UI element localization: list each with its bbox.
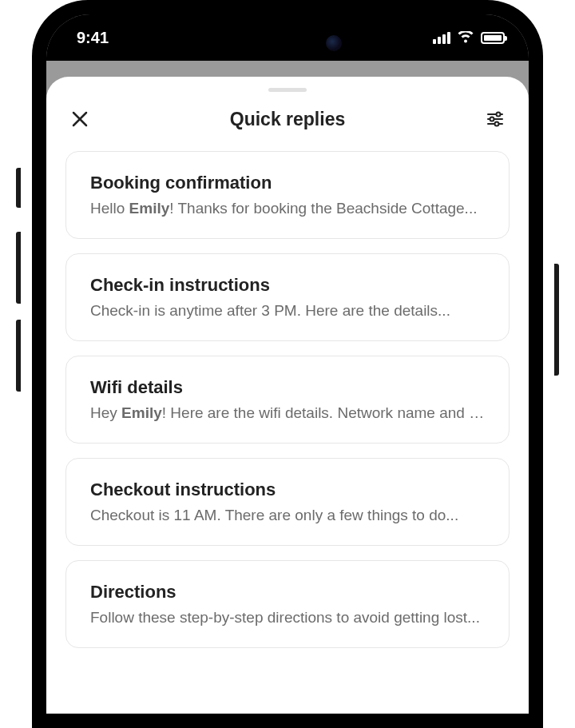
modal-backdrop: Quick replies Booking confirmation Hello… xyxy=(46,61,529,714)
status-indicators xyxy=(433,31,505,44)
card-title: Booking confirmation xyxy=(90,173,485,193)
modal-title: Quick replies xyxy=(230,109,345,130)
card-title: Checkout instructions xyxy=(90,479,485,500)
quick-reply-card-booking[interactable]: Booking confirmation Hello Emily! Thanks… xyxy=(65,151,510,239)
quick-reply-card-wifi[interactable]: Wifi details Hey Emily! Here are the wif… xyxy=(65,356,510,444)
card-title: Directions xyxy=(90,582,485,603)
quick-reply-card-checkout[interactable]: Checkout instructions Checkout is 11 AM.… xyxy=(65,458,510,546)
sliders-icon xyxy=(486,110,504,128)
card-preview: Checkout is 11 AM. There are only a few … xyxy=(90,507,485,524)
quick-replies-modal: Quick replies Booking confirmation Hello… xyxy=(46,77,529,714)
settings-button[interactable] xyxy=(484,108,506,130)
quick-reply-card-directions[interactable]: Directions Follow these step-by-step dir… xyxy=(65,560,510,648)
modal-grabber[interactable] xyxy=(268,88,307,92)
phone-volume-up xyxy=(16,232,21,304)
card-preview: Hey Emily! Here are the wifi details. Ne… xyxy=(90,404,485,422)
close-button[interactable] xyxy=(69,108,91,130)
wifi-icon xyxy=(457,31,474,44)
phone-power-button xyxy=(554,264,559,376)
phone-screen: 9:41 Quick xyxy=(46,14,529,714)
card-title: Check-in instructions xyxy=(90,275,485,296)
cellular-signal-icon xyxy=(433,31,450,44)
quick-replies-list: Booking confirmation Hello Emily! Thanks… xyxy=(46,151,529,648)
battery-icon xyxy=(481,32,505,44)
phone-frame: 9:41 Quick xyxy=(32,0,543,728)
close-icon xyxy=(72,111,88,127)
card-title: Wifi details xyxy=(90,377,485,398)
card-preview: Hello Emily! Thanks for booking the Beac… xyxy=(90,200,485,217)
svg-point-5 xyxy=(490,117,494,121)
phone-side-button xyxy=(16,168,21,208)
card-preview: Follow these step-by-step directions to … xyxy=(90,609,485,627)
quick-reply-card-checkin[interactable]: Check-in instructions Check-in is anytim… xyxy=(65,253,510,341)
phone-volume-down xyxy=(16,320,21,392)
modal-header: Quick replies xyxy=(46,103,529,151)
card-preview: Check-in is anytime after 3 PM. Here are… xyxy=(90,302,485,320)
svg-point-3 xyxy=(497,113,501,117)
svg-point-7 xyxy=(495,122,499,126)
status-time: 9:41 xyxy=(77,29,109,47)
